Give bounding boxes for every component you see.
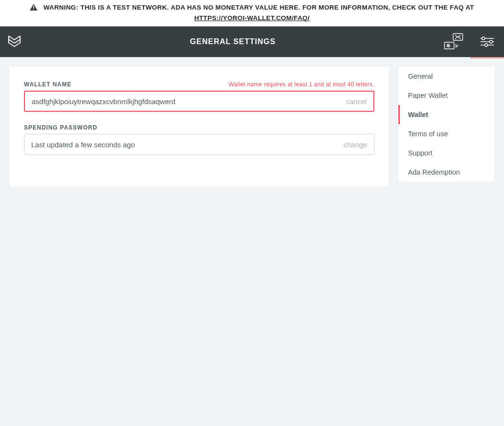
sidebar-item-ada-redemption[interactable]: Ada Redemption	[398, 163, 494, 182]
page-title: GENERAL SETTINGS	[29, 37, 437, 46]
wallet-name-cancel[interactable]: cancel	[346, 97, 367, 106]
sidebar-item-support[interactable]: Support	[398, 143, 494, 163]
spending-password-status: Last updated a few seconds ago	[31, 141, 344, 149]
svg-point-8	[482, 37, 485, 40]
spending-password-change[interactable]: change	[344, 141, 367, 149]
settings-sidebar: General Paper Wallet Wallet Terms of use…	[398, 67, 494, 182]
app-header: GENERAL SETTINGS	[0, 26, 504, 57]
app-logo[interactable]	[0, 34, 29, 49]
svg-rect-3	[444, 42, 454, 49]
warning-icon	[30, 4, 37, 13]
testnet-warning-banner: WARNING: THIS IS A TEST NETWORK. ADA HAS…	[0, 0, 504, 26]
nav-wallets-icon[interactable]	[437, 26, 470, 57]
warning-faq-link[interactable]: HTTPS://YOROI-WALLET.COM/FAQ/	[194, 14, 310, 22]
sidebar-item-terms-of-use[interactable]: Terms of use	[398, 124, 494, 143]
sidebar-item-paper-wallet[interactable]: Paper Wallet	[398, 86, 494, 105]
spending-password-label: SPENDING PASSWORD	[24, 124, 97, 131]
svg-rect-0	[33, 6, 34, 8]
nav-settings-icon[interactable]	[470, 26, 504, 57]
wallet-name-input[interactable]	[32, 97, 346, 106]
svg-point-9	[490, 40, 492, 43]
svg-rect-1	[33, 9, 34, 10]
wallet-name-field[interactable]: cancel	[24, 91, 374, 112]
wallet-name-error: Wallet name requires at least 1 and at m…	[228, 81, 374, 88]
settings-main-panel: WALLET NAME Wallet name requires at leas…	[10, 67, 389, 187]
sidebar-item-wallet[interactable]: Wallet	[398, 105, 494, 124]
warning-text: WARNING: THIS IS A TEST NETWORK. ADA HAS…	[43, 4, 474, 11]
svg-rect-2	[453, 34, 463, 40]
spending-password-field[interactable]: Last updated a few seconds ago change	[24, 134, 374, 155]
svg-point-10	[485, 44, 488, 47]
wallet-name-label: WALLET NAME	[24, 81, 72, 88]
sidebar-item-general[interactable]: General	[398, 67, 494, 86]
